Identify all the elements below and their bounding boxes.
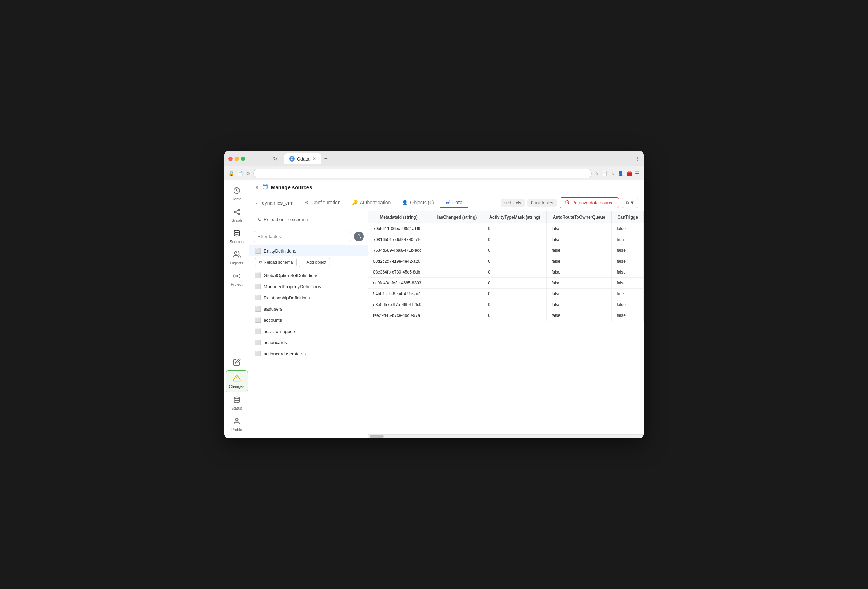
table-item-actioncarduserstates[interactable]: ⬜ actioncarduserstates [249,348,368,359]
traffic-lights [228,157,245,161]
close-panel-button[interactable]: ✕ [255,185,259,190]
table-item-relationshipdefinitions[interactable]: ⬜ RelationshipDefinitions [249,292,368,303]
cell-cantrigger: false [612,310,644,321]
tab-close-button[interactable]: ✕ [313,156,316,161]
sidebar-item-home[interactable]: Home [226,183,248,205]
cell-haschanged [430,245,483,256]
sidebar-item-edit[interactable] [226,355,248,371]
browser-menu-button[interactable]: ⋮ [635,156,640,162]
profile-icon [233,417,241,426]
cell-activitytypemask: 0 [483,245,547,256]
filter-tables-input[interactable] [254,231,351,242]
svg-point-12 [235,418,238,421]
browser-tab-odata[interactable]: C Odata ✕ [284,153,321,164]
sidebar-sources-label: Sources [229,239,244,244]
sidebar-profile-label: Profile [231,427,242,432]
address-bar[interactable] [253,168,592,179]
cell-haschanged [430,278,483,289]
sidebar-item-status[interactable]: Status [226,393,248,414]
close-window-button[interactable] [228,157,233,161]
panel-header: ← dynamics_crm ⚙ Configuration 🔑 Authent… [249,195,644,211]
tab-configuration[interactable]: ⚙ Configuration [299,198,346,208]
main-content: ✕ Manage sources ← dynamics_crm [249,180,644,438]
download-icon[interactable]: ⇓ [611,171,615,176]
cell-cantrigger: false [612,278,644,289]
tabs: ⚙ Configuration 🔑 Authentication 👤 Objec… [299,197,498,208]
sidebar-item-project[interactable]: Project [226,269,248,290]
remove-datasource-button[interactable]: Remove data source [559,197,619,208]
cell-metadataid: 54bb1ceb-6ea4-471e-ac1 [368,289,430,300]
add-object-button[interactable]: + Add object [299,258,330,267]
scrollbar-thumb[interactable] [370,435,384,438]
table-name: EntityDefinitions [264,248,296,254]
table-item-actioncards[interactable]: ⬜ actioncards [249,337,368,348]
reload-table-button[interactable]: ↻ Reload schema [255,258,297,267]
cell-cantrigger: false [612,245,644,256]
person-icon: 👤 [402,200,408,205]
tab-label: Odata [297,156,309,162]
tab-data[interactable]: Data [440,197,468,208]
table-name: aadusers [264,306,282,311]
cell-metadataid: 08e364fb-c780-45c5-8db [368,267,430,278]
sidebar-item-profile[interactable]: Profile [226,414,248,435]
cell-metadataid: 70816501-edb9-4740-a16 [368,234,430,245]
table-row: 70bfdf11-06ec-4852-a1f9 0 false false [368,223,644,234]
table-item-aadusers[interactable]: ⬜ aadusers [249,303,368,314]
sidebar-item-sources[interactable]: Sources [226,226,248,247]
sidebar-status-label: Status [231,406,242,410]
reload-button[interactable]: ↻ [272,155,279,162]
sidebar-item-changes[interactable]: Changes [226,371,248,393]
home-icon [233,187,241,195]
tab-authentication[interactable]: 🔑 Authentication [346,198,397,208]
svg-point-7 [234,252,237,254]
table-item-managedpropertydefinitions[interactable]: ⬜ ManagedPropertyDefinitions [249,281,368,292]
cell-metadataid: d8e5d57b-ff7a-46b4-b4c0 [368,300,430,310]
new-tab-button[interactable]: + [321,155,331,162]
sidebar-item-graph[interactable]: Graph [226,205,248,226]
reload-schema-button[interactable]: ↻ Reload entire schema [255,216,310,223]
extensions-icon[interactable]: 🧰 [626,171,632,176]
back-to-datasource-button[interactable]: ← dynamics_crm [255,200,294,206]
panel: ← dynamics_crm ⚙ Configuration 🔑 Authent… [249,195,644,438]
cell-autoroute: false [547,278,612,289]
table-row: 54bb1ceb-6ea4-471e-ac1 0 false true [368,289,644,300]
tab-objects[interactable]: 👤 Objects (0) [396,198,439,208]
left-pane: ↻ Reload entire schema [249,211,368,438]
table-row: fee29d46-b7ce-4dc0-97a 0 false false [368,310,644,321]
cell-autoroute: false [547,267,612,278]
table-item-globaloptionsetdefinitions[interactable]: ⬜ GlobalOptionSetDefinitions [249,270,368,281]
horizontal-scrollbar[interactable] [368,434,644,438]
svg-point-14 [446,200,449,201]
table-item-entitydefinitions[interactable]: ⬜ EntityDefinitions [249,245,368,256]
tab-bar: C Odata ✕ + [284,153,632,164]
forward-button[interactable]: → [261,155,269,162]
table-row: 7634d589-4baa-471b-adc 0 false false [368,245,644,256]
copy-button[interactable]: ⧉ ▼ [622,198,639,208]
pocket-icon[interactable]: 📑 [602,171,608,176]
col-header-metadataid: MetadataId (string) [368,211,430,223]
account-icon[interactable]: 👤 [618,171,623,176]
database-icon [262,183,268,191]
table-item-aciviewmappers[interactable]: ⬜ aciviewmappers [249,326,368,337]
hamburger-icon[interactable]: ☰ [635,171,640,176]
table-grid-icon: ⬜ [255,317,261,323]
cell-cantrigger: true [612,234,644,245]
table-row: 08e364fb-c780-45c5-8db 0 false false [368,267,644,278]
cell-haschanged [430,234,483,245]
bookmark-icon[interactable]: ☆ [595,171,599,176]
settings-icon: ⚙ [246,171,250,176]
data-grid[interactable]: MetadataId (string) HasChanged (string) … [368,211,644,434]
cell-cantrigger: false [612,223,644,234]
objects-count-badge: 0 objects [501,199,525,207]
table-item-accounts[interactable]: ⬜ accounts [249,314,368,326]
back-button[interactable]: ← [251,155,258,162]
sidebar-project-label: Project [230,282,242,286]
maximize-window-button[interactable] [241,157,245,161]
sidebar-item-objects[interactable]: Objects [226,247,248,269]
cell-activitytypemask: 0 [483,310,547,321]
cell-autoroute: false [547,310,612,321]
minimize-window-button[interactable] [235,157,239,161]
cell-cantrigger: true [612,289,644,300]
col-header-cantrigger: CanTrigge [612,211,644,223]
cell-autoroute: false [547,245,612,256]
